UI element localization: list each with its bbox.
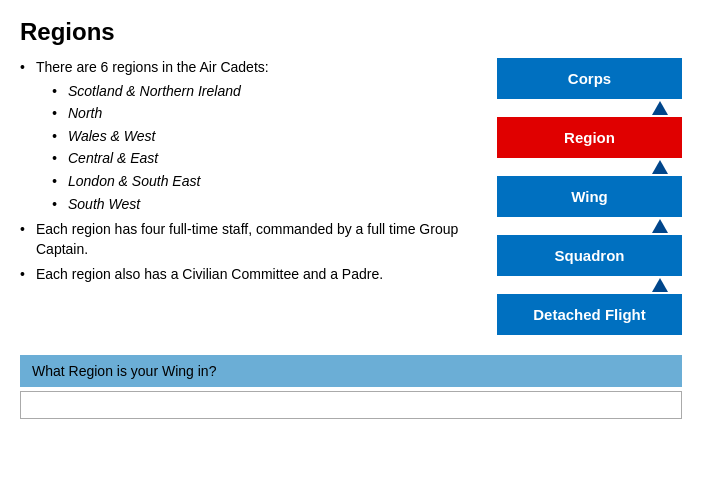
arrow-2 [497,158,682,176]
region-item: South West [52,195,477,215]
region-item: Wales & West [52,127,477,147]
regions-list: Scotland & Northern Ireland North Wales … [52,82,477,215]
arrow-3 [497,217,682,235]
main-bullet-list: There are 6 regions in the Air Cadets: S… [20,58,477,285]
question-section: What Region is your Wing in? [20,355,682,419]
arrow-1 [497,99,682,117]
left-content: There are 6 regions in the Air Cadets: S… [20,58,477,291]
answer-input-wrapper[interactable] [20,391,682,419]
intro-bullet: There are 6 regions in the Air Cadets: S… [20,58,477,214]
hierarchy-detached-flight: Detached Flight [497,294,682,335]
region-item: Scotland & Northern Ireland [52,82,477,102]
hierarchy-wing: Wing [497,176,682,217]
arrow-4 [497,276,682,294]
arrow-up-icon [652,278,668,292]
arrow-up-icon [652,101,668,115]
fact1-bullet: Each region has four full-time staff, co… [20,220,477,259]
fact2-bullet: Each region also has a Civilian Committe… [20,265,477,285]
hierarchy-diagram: Corps Region Wing Squadron Detached Flig… [497,58,682,335]
hierarchy-squadron: Squadron [497,235,682,276]
question-label: What Region is your Wing in? [20,355,682,387]
hierarchy-corps: Corps [497,58,682,99]
region-item: North [52,104,477,124]
answer-input[interactable] [21,392,681,418]
region-item: London & South East [52,172,477,192]
hierarchy-region: Region [497,117,682,158]
arrow-up-icon [652,160,668,174]
region-item: Central & East [52,149,477,169]
arrow-up-icon [652,219,668,233]
page-title: Regions [20,18,682,46]
